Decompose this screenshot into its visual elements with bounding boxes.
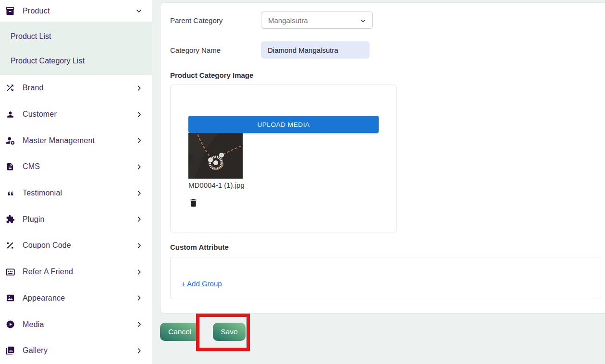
image-upload-panel: UPLOAD MEDIA MD000 — [170, 85, 397, 232]
chevron-right-icon — [135, 321, 143, 328]
custom-attribute-title: Custom Attribute — [170, 243, 599, 251]
chevron-right-icon — [135, 216, 143, 223]
sidebar: Product Product List Product Category Li… — [0, 0, 152, 364]
sidebar-item-brand[interactable]: Brand — [0, 75, 152, 101]
sidebar-item-gallery[interactable]: Gallery — [0, 338, 152, 364]
trash-icon — [188, 202, 198, 209]
parent-category-value: Mangalsutra — [268, 16, 308, 24]
sidebar-item-media[interactable]: Media — [0, 311, 152, 338]
submenu-item-label: Product Category List — [11, 57, 85, 65]
parent-category-label: Parent Category — [170, 16, 261, 24]
product-submenu: Product List Product Category List — [0, 22, 152, 75]
sidebar-item-label: Appearance — [23, 294, 65, 303]
app-window: Product Product List Product Category Li… — [0, 0, 605, 364]
chevron-right-icon — [135, 137, 143, 145]
chevron-down-icon — [359, 17, 367, 26]
chevron-right-icon — [135, 163, 143, 170]
sidebar-item-product[interactable]: Product — [0, 0, 152, 22]
main-content: Parent Category Mangalsutra Category Nam… — [152, 0, 605, 364]
category-name-row: Category Name — [170, 41, 599, 59]
custom-attribute-panel: + Add Group — [170, 257, 601, 299]
save-button[interactable]: Save — [213, 323, 245, 341]
category-edit-card: Parent Category Mangalsutra Category Nam… — [160, 2, 605, 314]
sidebar-item-label: Brand — [23, 84, 44, 92]
sidebar-item-refer-a-friend[interactable]: Refer A Friend — [0, 259, 152, 285]
puzzle-icon — [5, 214, 15, 225]
people-card-icon — [5, 267, 15, 277]
sidebar-item-testimonial[interactable]: “ Testimonial — [0, 180, 152, 206]
document-icon — [5, 161, 15, 172]
percent-icon — [5, 240, 15, 251]
sidebar-item-label: Product — [23, 7, 50, 15]
chevron-right-icon — [135, 84, 143, 92]
delete-image-button[interactable] — [188, 198, 198, 209]
chevron-down-icon — [135, 7, 143, 15]
sidebar-item-plugin[interactable]: Plugin — [0, 206, 152, 232]
play-circle-icon — [5, 319, 15, 330]
sidebar-item-cms[interactable]: CMS — [0, 154, 152, 180]
chevron-right-icon — [135, 110, 143, 118]
image-icon — [5, 293, 15, 303]
sidebar-item-label: CMS — [23, 162, 40, 171]
quote-icon: “ — [5, 188, 15, 198]
form-actions: Cancel Save — [160, 323, 246, 341]
sidebar-item-label: Media — [23, 320, 44, 329]
sidebar-item-product-category-list[interactable]: Product Category List — [0, 49, 152, 73]
sidebar-item-appearance[interactable]: Appearance — [0, 285, 152, 312]
cancel-button[interactable]: Cancel — [160, 323, 199, 341]
sidebar-item-master-management[interactable]: Master Management — [0, 127, 152, 154]
chevron-right-icon — [135, 294, 143, 302]
sidebar-item-label: Testimonial — [23, 189, 62, 197]
gallery-icon — [5, 345, 15, 356]
parent-category-row: Parent Category Mangalsutra — [170, 12, 599, 29]
chevron-right-icon — [135, 242, 143, 249]
sidebar-item-label: Coupon Code — [23, 241, 71, 250]
category-name-label: Category Name — [170, 46, 261, 54]
sidebar-item-customer[interactable]: Customer — [0, 101, 152, 128]
parent-category-select[interactable]: Mangalsutra — [261, 12, 373, 29]
category-name-input[interactable] — [261, 41, 370, 59]
chevron-right-icon — [135, 189, 143, 197]
sidebar-item-label: Master Management — [23, 136, 95, 145]
person-icon — [5, 109, 15, 120]
sidebar-item-coupon-code[interactable]: Coupon Code — [0, 232, 152, 259]
shuffle-icon — [5, 83, 15, 93]
add-group-link[interactable]: + Add Group — [181, 279, 222, 288]
sidebar-item-label: Gallery — [23, 346, 48, 355]
person-gear-icon — [5, 135, 15, 146]
sidebar-item-label: Plugin — [23, 215, 45, 224]
upload-media-button[interactable]: UPLOAD MEDIA — [188, 116, 379, 133]
archive-icon — [5, 6, 15, 16]
uploaded-image-thumbnail — [188, 133, 243, 179]
uploaded-file-name: MD0004-1 (1).jpg — [188, 181, 379, 189]
sidebar-item-label: Refer A Friend — [23, 267, 73, 276]
sidebar-item-label: Customer — [23, 110, 57, 119]
sidebar-item-product-list[interactable]: Product List — [0, 24, 152, 49]
chevron-right-icon — [135, 268, 143, 276]
chevron-right-icon — [135, 347, 143, 354]
submenu-item-label: Product List — [11, 32, 51, 41]
image-section-title: Product Category Image — [170, 71, 599, 79]
